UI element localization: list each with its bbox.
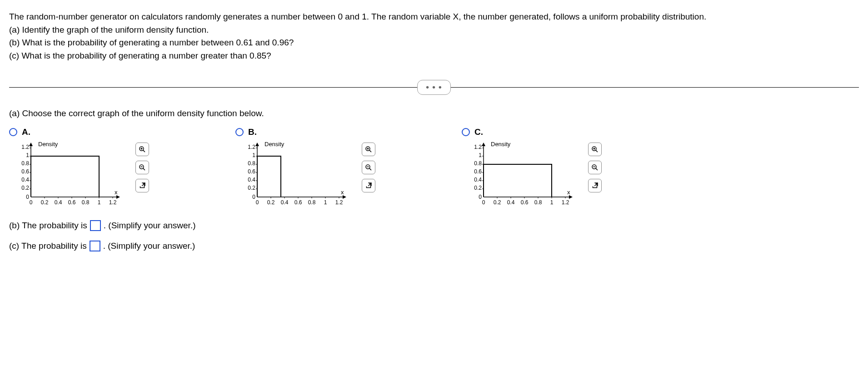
xtick: 0.2 bbox=[494, 199, 501, 206]
zoom-in-icon[interactable] bbox=[135, 143, 149, 156]
xtick: 1 bbox=[324, 199, 327, 206]
svg-marker-25 bbox=[255, 143, 259, 146]
ytick: 0 bbox=[252, 194, 255, 200]
xtick: 0 bbox=[256, 199, 259, 206]
xtick: 0.2 bbox=[267, 199, 275, 206]
ytick: 0.6 bbox=[248, 168, 255, 175]
xtick: 0.4 bbox=[281, 199, 289, 206]
question-intro: The random-number generator on calculato… bbox=[9, 11, 859, 23]
option-a: A. 1.2 1 0.8 0.6 0.4 0.2 bbox=[9, 126, 149, 209]
question-text: The random-number generator on calculato… bbox=[9, 11, 859, 62]
svg-marker-49 bbox=[482, 143, 485, 146]
xtick: 0.8 bbox=[534, 199, 542, 206]
xlabel: x bbox=[341, 189, 344, 196]
svg-marker-1 bbox=[29, 143, 33, 146]
ylabel: Density bbox=[264, 141, 284, 148]
divider-line bbox=[9, 87, 417, 88]
xtick: 0 bbox=[482, 199, 485, 206]
ytick: 0.4 bbox=[21, 177, 29, 183]
ytick: 1 bbox=[479, 152, 482, 158]
option-c: C. 1.2 1 0.8 0.6 0.4 0.2 0 bbox=[462, 126, 602, 209]
ytick: 1.2 bbox=[21, 144, 29, 150]
popout-icon[interactable] bbox=[362, 179, 375, 192]
radio-option-b[interactable] bbox=[235, 128, 244, 136]
xtick: 1.2 bbox=[562, 199, 569, 206]
expand-dots-button[interactable]: • • • bbox=[417, 80, 451, 95]
xtick: 0.6 bbox=[294, 199, 302, 206]
part-a-prompt: (a) Choose the correct graph of the unif… bbox=[9, 108, 859, 120]
chart-c: 1.2 1 0.8 0.6 0.4 0.2 0 0 0.2 0.4 0.6 bbox=[462, 141, 580, 209]
xtick: 1.2 bbox=[335, 199, 343, 206]
xtick: 0.8 bbox=[308, 199, 316, 206]
svg-line-45 bbox=[369, 168, 371, 170]
radio-option-a[interactable] bbox=[9, 128, 17, 136]
ytick: 0.4 bbox=[248, 177, 255, 183]
ytick: 0 bbox=[479, 194, 482, 200]
popout-icon[interactable] bbox=[588, 179, 602, 192]
svg-line-65 bbox=[596, 150, 598, 152]
question-c: (c) What is the probability of generatin… bbox=[9, 50, 859, 62]
ytick: 0.8 bbox=[21, 160, 29, 167]
part-b-answer-line: (b) The probability is . (Simplify your … bbox=[9, 220, 859, 232]
xtick: 0.4 bbox=[55, 199, 62, 206]
radio-option-c[interactable] bbox=[462, 128, 470, 136]
xlabel: x bbox=[115, 189, 118, 196]
part-c-prefix: (c) The probability is bbox=[9, 240, 87, 252]
ytick: 0.4 bbox=[474, 177, 482, 183]
ytick: 0.2 bbox=[21, 185, 29, 191]
xtick: 0.2 bbox=[41, 199, 49, 206]
ylabel: Density bbox=[38, 141, 58, 148]
question-b: (b) What is the probability of generatin… bbox=[9, 37, 859, 49]
xtick: 0 bbox=[30, 199, 33, 206]
chart-a: 1.2 1 0.8 0.6 0.4 0.2 0 bbox=[9, 141, 127, 209]
xtick: 1 bbox=[550, 199, 554, 206]
part-c-answer-line: (c) The probability is . (Simplify your … bbox=[9, 240, 859, 252]
ytick: 0.2 bbox=[474, 185, 482, 191]
section-divider: • • • bbox=[9, 80, 859, 95]
ytick: 0.2 bbox=[248, 185, 255, 191]
part-c-hint: . (Simplify your answer.) bbox=[103, 240, 195, 252]
ylabel: Density bbox=[491, 141, 511, 148]
xtick: 1.2 bbox=[109, 199, 117, 206]
part-b-hint: . (Simplify your answer.) bbox=[104, 220, 196, 232]
divider-line bbox=[451, 87, 859, 88]
popout-icon[interactable] bbox=[135, 179, 149, 192]
option-b: B. 1.2 1 0.8 0.6 0.4 0.2 0 bbox=[235, 126, 375, 209]
option-b-label: B. bbox=[248, 126, 257, 138]
svg-marker-27 bbox=[343, 195, 346, 199]
svg-line-41 bbox=[369, 150, 371, 152]
zoom-out-icon[interactable] bbox=[135, 161, 149, 174]
xtick: 0.8 bbox=[82, 199, 90, 206]
zoom-out-icon[interactable] bbox=[362, 161, 375, 174]
ytick: 0.6 bbox=[474, 168, 482, 175]
part-b-prefix: (b) The probability is bbox=[9, 220, 87, 232]
svg-marker-51 bbox=[569, 195, 573, 199]
part-b-input[interactable] bbox=[90, 220, 101, 231]
option-a-label: A. bbox=[22, 126, 30, 138]
svg-line-17 bbox=[143, 150, 145, 152]
xtick: 0.6 bbox=[521, 199, 529, 206]
ytick: 0 bbox=[26, 194, 29, 200]
ytick: 1.2 bbox=[248, 144, 255, 150]
xtick: 0.6 bbox=[68, 199, 76, 206]
ytick: 1 bbox=[26, 152, 29, 158]
xtick: 1 bbox=[98, 199, 101, 206]
xlabel: x bbox=[567, 189, 570, 196]
ytick: 0.6 bbox=[21, 168, 29, 175]
chart-b: 1.2 1 0.8 0.6 0.4 0.2 0 0 0.2 0.4 0.6 bbox=[235, 141, 354, 209]
options-row: A. 1.2 1 0.8 0.6 0.4 0.2 bbox=[9, 126, 859, 209]
ytick: 0.8 bbox=[474, 160, 482, 167]
ytick: 1.2 bbox=[474, 144, 482, 150]
svg-marker-3 bbox=[116, 195, 120, 199]
question-a: (a) Identify the graph of the uniform de… bbox=[9, 24, 859, 36]
zoom-out-icon[interactable] bbox=[588, 161, 602, 174]
zoom-in-icon[interactable] bbox=[362, 143, 375, 156]
zoom-in-icon[interactable] bbox=[588, 143, 602, 156]
part-c-input[interactable] bbox=[90, 241, 100, 251]
svg-line-69 bbox=[596, 168, 598, 170]
ytick: 1 bbox=[252, 152, 255, 158]
option-c-label: C. bbox=[474, 126, 483, 138]
xtick: 0.4 bbox=[507, 199, 515, 206]
svg-line-21 bbox=[143, 168, 145, 170]
ytick: 0.8 bbox=[248, 160, 255, 167]
